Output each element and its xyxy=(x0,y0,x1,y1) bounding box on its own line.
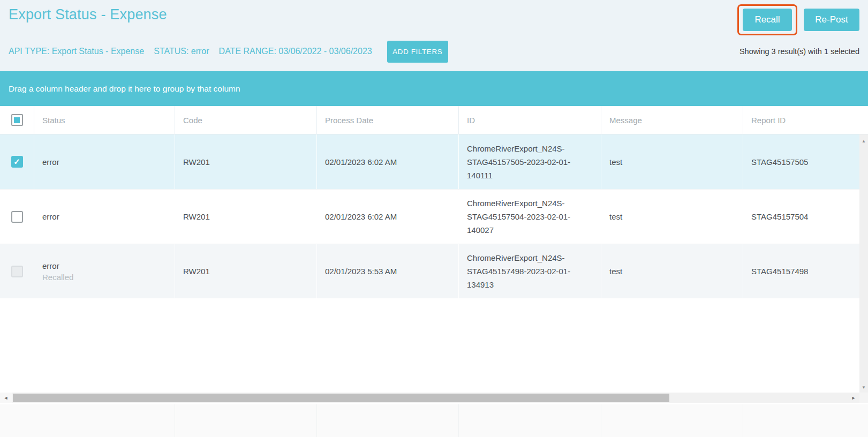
scroll-right-icon[interactable]: ► xyxy=(848,393,859,403)
process-date-cell: 02/01/2023 6:02 AM xyxy=(316,190,458,244)
code-cell: RW201 xyxy=(175,190,316,244)
row-checkbox-cell xyxy=(0,190,34,244)
results-summary: Showing 3 result(s) with 1 selected xyxy=(739,47,859,56)
message-cell: test xyxy=(601,244,743,298)
footer-cell xyxy=(743,404,868,437)
group-by-hint: Drag a column header and drop it here to… xyxy=(9,84,240,94)
grid-header-row: Status Code Process Date ID Message Repo… xyxy=(0,106,868,134)
footer-strip xyxy=(0,404,868,437)
report-id-cell: STAG45157498 xyxy=(743,244,859,298)
column-header-report-id[interactable]: Report ID xyxy=(743,106,868,134)
filter-row: API TYPE: Export Status - Expense STATUS… xyxy=(9,40,859,63)
row-checkbox[interactable] xyxy=(11,211,23,223)
status-value: error xyxy=(42,261,59,270)
report-id-cell: STAG45157504 xyxy=(743,190,859,244)
grid-body: ✓ error RW201 02/01/2023 6:02 AM ChromeR… xyxy=(0,134,859,298)
footer-cell xyxy=(175,404,316,437)
column-header-status[interactable]: Status xyxy=(34,106,175,134)
check-icon: ✓ xyxy=(13,157,20,167)
top-actions: Recall Re-Post xyxy=(737,4,859,35)
table-row[interactable]: ✓ error RW201 02/01/2023 6:02 AM ChromeR… xyxy=(0,134,859,189)
column-header-message[interactable]: Message xyxy=(601,106,743,134)
row-checkbox[interactable]: ✓ xyxy=(11,156,23,168)
id-cell: ChromeRiverExport_N24S-STAG45157504-2023… xyxy=(458,190,601,244)
group-by-drop-zone[interactable]: Drag a column header and drop it here to… xyxy=(0,71,868,106)
column-header-process-date[interactable]: Process Date xyxy=(316,106,458,134)
id-value: ChromeRiverExport_N24S-STAG45157498-2023… xyxy=(467,251,593,291)
scroll-down-icon[interactable]: ▼ xyxy=(859,383,868,391)
substatus-value: Recalled xyxy=(42,273,73,282)
repost-button[interactable]: Re-Post xyxy=(804,9,859,31)
header-checkbox-cell xyxy=(0,106,34,134)
topbar: Export Status - Expense Recall Re-Post A… xyxy=(0,0,868,71)
status-value: error xyxy=(42,157,59,167)
process-date-cell: 02/01/2023 6:02 AM xyxy=(316,134,458,189)
status-cell: error xyxy=(34,190,175,244)
footer-cell xyxy=(316,404,458,437)
footer-cell xyxy=(0,404,34,437)
row-checkbox-disabled xyxy=(11,266,23,277)
footer-cell xyxy=(601,404,743,437)
horizontal-scrollbar[interactable]: ◄ ► xyxy=(0,393,859,403)
footer-cell xyxy=(34,404,175,437)
code-cell: RW201 xyxy=(175,134,316,189)
row-checkbox-cell: ✓ xyxy=(0,134,34,189)
page-title: Export Status - Expense xyxy=(9,6,167,23)
id-cell: ChromeRiverExport_N24S-STAG45157498-2023… xyxy=(458,244,601,298)
process-date-cell: 02/01/2023 5:53 AM xyxy=(316,244,458,298)
indeterminate-mark-icon xyxy=(14,117,20,123)
column-header-code[interactable]: Code xyxy=(175,106,316,134)
column-header-id[interactable]: ID xyxy=(458,106,601,134)
id-value: ChromeRiverExport_N24S-STAG45157504-2023… xyxy=(467,197,593,237)
filter-api-type: API TYPE: Export Status - Expense xyxy=(9,47,144,56)
scroll-left-icon[interactable]: ◄ xyxy=(0,393,12,403)
recall-highlight-annotation: Recall xyxy=(737,4,797,35)
recall-button[interactable]: Recall xyxy=(743,9,792,31)
row-checkbox-cell xyxy=(0,244,34,298)
select-all-checkbox[interactable] xyxy=(11,114,23,126)
status-cell: error xyxy=(34,134,175,189)
code-cell: RW201 xyxy=(175,244,316,298)
scrollbar-corner xyxy=(859,393,868,403)
id-value: ChromeRiverExport_N24S-STAG45157505-2023… xyxy=(467,142,593,182)
message-cell: test xyxy=(601,134,743,189)
message-cell: test xyxy=(601,190,743,244)
status-cell: error Recalled xyxy=(34,244,175,298)
horizontal-scrollbar-thumb[interactable] xyxy=(13,394,669,402)
add-filters-button[interactable]: ADD FILTERS xyxy=(387,41,448,63)
id-cell: ChromeRiverExport_N24S-STAG45157505-2023… xyxy=(458,134,601,189)
footer-cell xyxy=(458,404,601,437)
scroll-up-icon[interactable]: ▲ xyxy=(859,137,868,145)
export-status-page: Export Status - Expense Recall Re-Post A… xyxy=(0,0,868,437)
table-row[interactable]: error RW201 02/01/2023 6:02 AM ChromeRiv… xyxy=(0,189,859,244)
table-row[interactable]: error Recalled RW201 02/01/2023 5:53 AM … xyxy=(0,244,859,298)
status-value: error xyxy=(42,212,59,221)
filter-status: STATUS: error xyxy=(154,47,209,56)
filter-date-range: DATE RANGE: 03/06/2022 - 03/06/2023 xyxy=(219,47,372,56)
report-id-cell: STAG45157505 xyxy=(743,134,859,189)
vertical-scrollbar[interactable]: ▲ ▼ xyxy=(859,134,868,393)
